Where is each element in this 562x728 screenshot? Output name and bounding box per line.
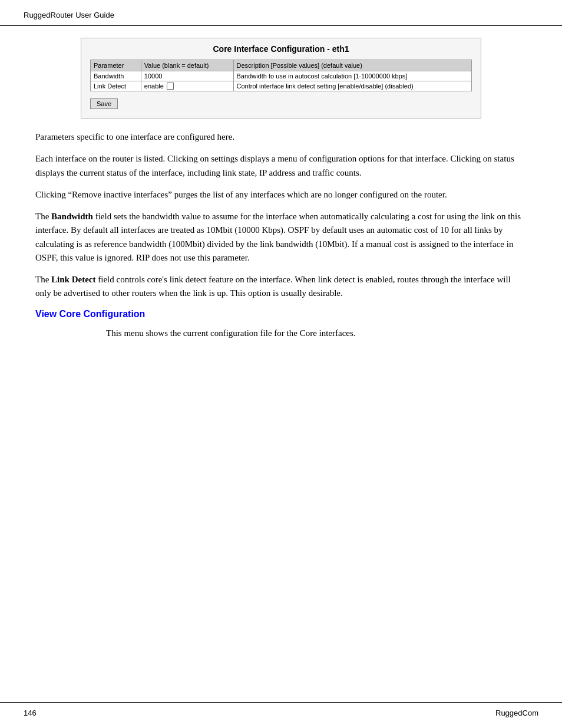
paragraph-5-bold: Link Detect bbox=[51, 275, 95, 284]
paragraph-2: Each interface on the router is listed. … bbox=[35, 152, 527, 180]
cell-value: 10000 bbox=[141, 71, 233, 81]
paragraph-3: Clicking “Remove inactive interfaces” pu… bbox=[35, 188, 527, 202]
table-header-row: Parameter Value (blank = default) Descri… bbox=[91, 60, 472, 71]
cell-value: enable bbox=[141, 81, 233, 91]
cell-parameter: Link Detect bbox=[91, 81, 141, 91]
footer-brand: RuggedCom bbox=[495, 709, 538, 717]
main-content: Core Interface Configuration - eth1 Para… bbox=[0, 26, 562, 372]
paragraph-4-bold: Bandwidth bbox=[51, 212, 93, 221]
page-header: RuggedRouter User Guide bbox=[0, 0, 562, 26]
config-table: Parameter Value (blank = default) Descri… bbox=[90, 60, 472, 91]
cell-description: Control interface link detect setting [e… bbox=[233, 81, 472, 91]
paragraph-5-prefix: The bbox=[35, 275, 51, 284]
paragraph-1: Parameters specific to one interface are… bbox=[35, 130, 527, 144]
header-left: RuggedRouter User Guide bbox=[24, 11, 114, 19]
save-button[interactable]: Save bbox=[90, 98, 118, 109]
col-header-description: Description [Possible values] (default v… bbox=[233, 60, 472, 71]
paragraph-4-prefix: The bbox=[35, 212, 51, 221]
paragraph-5: The Link Detect field controls core's li… bbox=[35, 273, 527, 301]
section-paragraph: This menu shows the current configuratio… bbox=[35, 327, 527, 340]
cell-description: Bandwidth to use in autocost calculation… bbox=[233, 71, 472, 81]
screenshot-box: Core Interface Configuration - eth1 Para… bbox=[81, 38, 481, 118]
paragraph-5-suffix: field controls core's link detect featur… bbox=[35, 275, 511, 298]
section-heading[interactable]: View Core Configuration bbox=[35, 309, 527, 319]
page-footer: 146 RuggedCom bbox=[0, 702, 562, 728]
paragraph-4: The Bandwidth field sets the bandwidth v… bbox=[35, 210, 527, 265]
screenshot-title: Core Interface Configuration - eth1 bbox=[90, 44, 472, 54]
col-header-value: Value (blank = default) bbox=[141, 60, 233, 71]
checkbox-icon[interactable] bbox=[167, 83, 174, 90]
table-row: Bandwidth10000Bandwidth to use in autoco… bbox=[91, 71, 472, 81]
footer-page-number: 146 bbox=[24, 709, 37, 717]
cell-parameter: Bandwidth bbox=[91, 71, 141, 81]
paragraph-4-suffix: field sets the bandwidth value to assume… bbox=[35, 212, 521, 262]
col-header-parameter: Parameter bbox=[91, 60, 141, 71]
table-row: Link DetectenableControl interface link … bbox=[91, 81, 472, 91]
